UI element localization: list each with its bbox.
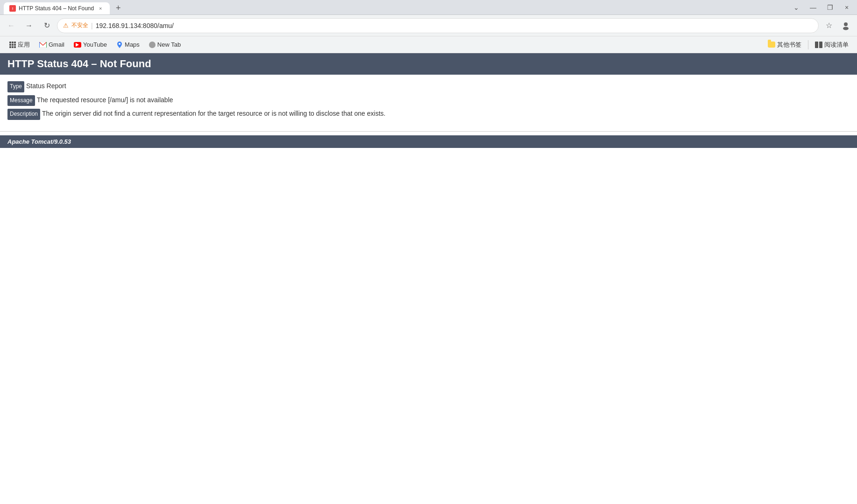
restore-button[interactable]: ❐ <box>823 2 836 13</box>
message-row: Message The requested resource [/amu/] i… <box>7 94 850 106</box>
address-bar[interactable]: ⚠ 不安全 | 192.168.91.134:8080/amu/ <box>57 18 819 33</box>
back-button[interactable]: ← <box>4 18 19 33</box>
bookmarks-divider <box>808 40 808 49</box>
error-divider <box>0 131 857 132</box>
svg-point-0 <box>844 22 848 26</box>
svg-rect-7 <box>815 42 818 48</box>
gmail-icon <box>39 42 47 48</box>
url-display: 192.168.91.134:8080/amu/ <box>96 22 174 29</box>
bookmark-star-button[interactable]: ☆ <box>822 18 836 33</box>
error-footer: Apache Tomcat/9.0.53 <box>0 135 857 148</box>
profile-icon <box>841 21 850 30</box>
error-header: HTTP Status 404 – Not Found <box>0 53 857 75</box>
navigation-bar: ← → ↻ ⚠ 不安全 | 192.168.91.134:8080/amu/ ☆ <box>0 15 857 36</box>
footer-text: Apache Tomcat/9.0.53 <box>7 138 71 145</box>
error-title: HTTP Status 404 – Not Found <box>7 58 151 70</box>
bookmarks-right: 其他书签 阅读清单 <box>765 40 851 50</box>
gmail-label: Gmail <box>49 41 64 48</box>
minimize-button[interactable]: — <box>807 2 820 13</box>
svg-point-5 <box>119 43 120 45</box>
close-button[interactable]: × <box>840 2 853 13</box>
newtab-label: New Tab <box>157 41 181 48</box>
svg-point-1 <box>843 27 849 30</box>
bookmark-newtab[interactable]: New Tab <box>145 39 184 50</box>
new-tab-button[interactable]: + <box>112 1 125 14</box>
type-label: Type <box>7 81 24 92</box>
other-bookmarks-label: 其他书签 <box>777 41 801 49</box>
reader-mode-button[interactable]: 阅读清单 <box>812 40 851 50</box>
maps-icon <box>116 42 123 48</box>
description-row: Description The origin server did not fi… <box>7 108 850 120</box>
chevron-button[interactable]: ⌄ <box>790 2 803 13</box>
youtube-play-triangle <box>76 43 79 47</box>
description-label: Description <box>7 109 40 120</box>
reader-mode-icon <box>815 42 822 48</box>
tab-title: HTTP Status 404 – Not Found <box>19 5 94 12</box>
other-bookmarks-button[interactable]: 其他书签 <box>765 40 804 50</box>
refresh-button[interactable]: ↻ <box>39 18 54 33</box>
tab-favicon: ! <box>9 5 16 12</box>
active-tab[interactable]: ! HTTP Status 404 – Not Found × <box>4 2 110 14</box>
svg-rect-8 <box>819 42 822 48</box>
security-warning-icon: ⚠ <box>63 22 69 29</box>
youtube-label: YouTube <box>83 41 107 48</box>
bookmark-apps[interactable]: 应用 <box>6 39 34 51</box>
svg-point-6 <box>149 42 156 48</box>
message-label: Message <box>7 95 35 106</box>
bookmarks-bar: 应用 Gmail YouTube Maps New Tab 其他书签 <box>0 36 857 53</box>
title-bar: ! HTTP Status 404 – Not Found × + ⌄ — ❐ … <box>0 0 857 15</box>
forward-button[interactable]: → <box>21 18 36 33</box>
newtab-icon <box>149 42 156 48</box>
apps-label: 应用 <box>18 41 30 49</box>
bookmark-maps[interactable]: Maps <box>113 39 143 50</box>
page-content: HTTP Status 404 – Not Found Type Status … <box>0 53 857 148</box>
reader-mode-label: 阅读清单 <box>824 41 849 49</box>
apps-grid-icon <box>9 42 16 48</box>
url-separator: | <box>91 22 93 29</box>
profile-button[interactable] <box>838 18 853 33</box>
tab-close-button[interactable]: × <box>97 5 104 12</box>
bookmark-youtube[interactable]: YouTube <box>70 39 111 50</box>
nav-right-controls: ☆ <box>822 18 853 33</box>
error-body: Type Status Report Message The requested… <box>0 75 857 127</box>
bookmark-gmail[interactable]: Gmail <box>35 39 68 50</box>
message-value: The requested resource [/amu/] is not av… <box>37 94 173 106</box>
maps-label: Maps <box>125 41 140 48</box>
type-row: Type Status Report <box>7 80 850 92</box>
folder-icon <box>768 42 775 48</box>
youtube-icon <box>74 42 81 48</box>
security-text: 不安全 <box>71 21 88 29</box>
window-controls: ⌄ — ❐ × <box>790 2 853 13</box>
description-value: The origin server did not find a current… <box>42 108 385 119</box>
type-value: Status Report <box>26 80 66 92</box>
tab-area: ! HTTP Status 404 – Not Found × + <box>4 0 790 14</box>
